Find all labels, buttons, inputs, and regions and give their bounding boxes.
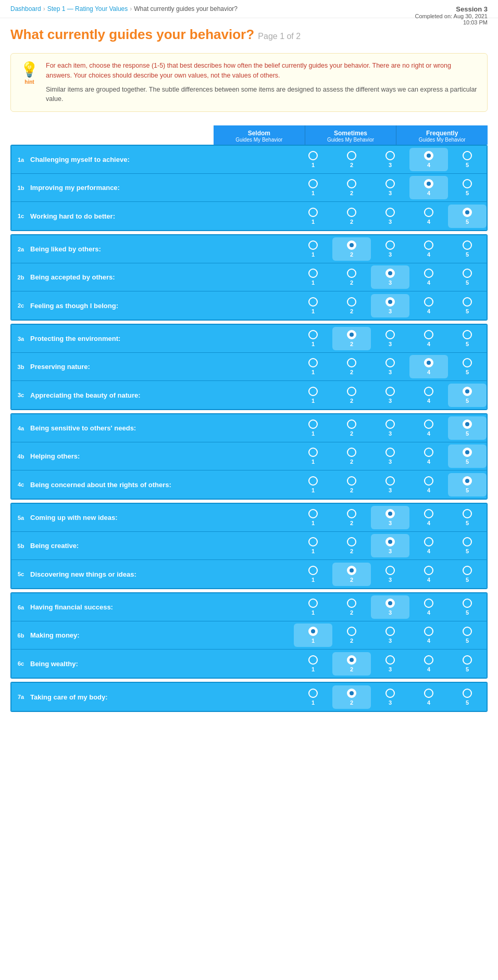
radio-2c-4[interactable]: 4: [409, 294, 448, 317]
radio-3b-4[interactable]: 4: [409, 355, 448, 378]
radio-6c-1[interactable]: 1: [294, 652, 332, 676]
radio-outer-2a-2: [347, 240, 356, 250]
radio-5c-4[interactable]: 4: [409, 563, 448, 586]
radio-4b-2[interactable]: 2: [332, 444, 371, 468]
radio-6c-3[interactable]: 3: [371, 652, 409, 676]
radio-2b-1[interactable]: 1: [294, 265, 332, 289]
radio-5a-1[interactable]: 1: [294, 506, 332, 529]
radio-2a-5[interactable]: 5: [448, 237, 487, 261]
radio-4b-4[interactable]: 4: [409, 444, 448, 468]
radio-2c-5[interactable]: 5: [448, 294, 487, 317]
radio-4b-5[interactable]: 5: [448, 444, 487, 468]
radio-2b-3[interactable]: 3: [371, 265, 409, 289]
radio-4a-4[interactable]: 4: [409, 416, 448, 440]
radio-4c-2[interactable]: 2: [332, 473, 371, 497]
radio-7a-2[interactable]: 2: [332, 685, 371, 709]
radio-5a-4[interactable]: 4: [409, 506, 448, 529]
radio-5a-3[interactable]: 3: [371, 506, 409, 529]
radio-4a-5[interactable]: 5: [448, 416, 487, 440]
radio-4b-3[interactable]: 3: [371, 444, 409, 468]
radio-3c-1[interactable]: 1: [294, 384, 332, 407]
radio-2b-2[interactable]: 2: [332, 265, 371, 289]
radio-6b-4[interactable]: 4: [409, 623, 448, 647]
radio-3b-1[interactable]: 1: [294, 355, 332, 378]
radio-5c-5[interactable]: 5: [448, 563, 487, 586]
radio-7a-4[interactable]: 4: [409, 685, 448, 709]
radio-6b-3[interactable]: 3: [371, 623, 409, 647]
radio-2a-2[interactable]: 2: [332, 237, 371, 261]
breadcrumb-dashboard[interactable]: Dashboard: [10, 5, 41, 12]
radio-5b-1[interactable]: 1: [294, 534, 332, 557]
radio-3a-4[interactable]: 4: [409, 327, 448, 350]
radio-5b-5[interactable]: 5: [448, 534, 487, 557]
radio-3b-5[interactable]: 5: [448, 355, 487, 378]
radio-1b-3[interactable]: 3: [371, 176, 409, 199]
radio-6b-1[interactable]: 1: [294, 623, 332, 647]
radio-6a-5[interactable]: 5: [448, 595, 487, 619]
radio-2b-4[interactable]: 4: [409, 265, 448, 289]
radio-1c-5[interactable]: 5: [448, 205, 487, 228]
radio-6c-5[interactable]: 5: [448, 652, 487, 676]
radio-7a-3[interactable]: 3: [371, 685, 409, 709]
radio-1b-4[interactable]: 4: [409, 176, 448, 199]
radio-7a-1[interactable]: 1: [294, 685, 332, 709]
radio-6a-1[interactable]: 1: [294, 595, 332, 619]
radio-5b-2[interactable]: 2: [332, 534, 371, 557]
radio-2c-2[interactable]: 2: [332, 294, 371, 317]
radio-4a-1[interactable]: 1: [294, 416, 332, 440]
radio-3a-2[interactable]: 2: [332, 327, 371, 350]
radio-4c-4[interactable]: 4: [409, 473, 448, 497]
radio-4c-1[interactable]: 1: [294, 473, 332, 497]
radio-6a-2[interactable]: 2: [332, 595, 371, 619]
radio-1a-2[interactable]: 2: [332, 148, 371, 171]
radio-3a-3[interactable]: 3: [371, 327, 409, 350]
radio-6a-3[interactable]: 3: [371, 595, 409, 619]
radio-1c-4[interactable]: 4: [409, 205, 448, 228]
radio-1a-5[interactable]: 5: [448, 148, 487, 171]
radio-1c-1[interactable]: 1: [294, 205, 332, 228]
radio-num-3a-2: 2: [350, 341, 353, 347]
radio-7a-5[interactable]: 5: [448, 685, 487, 709]
radio-1b-5[interactable]: 5: [448, 176, 487, 199]
radio-1c-3[interactable]: 3: [371, 205, 409, 228]
radio-4a-2[interactable]: 2: [332, 416, 371, 440]
radio-1c-2[interactable]: 2: [332, 205, 371, 228]
radio-6c-4[interactable]: 4: [409, 652, 448, 676]
radio-1b-1[interactable]: 1: [294, 176, 332, 199]
radio-2a-3[interactable]: 3: [371, 237, 409, 261]
radio-5a-2[interactable]: 2: [332, 506, 371, 529]
radio-1a-4[interactable]: 4: [409, 148, 448, 171]
radio-5c-1[interactable]: 1: [294, 563, 332, 586]
radio-5c-3[interactable]: 3: [371, 563, 409, 586]
radio-4b-1[interactable]: 1: [294, 444, 332, 468]
radio-6c-2[interactable]: 2: [332, 652, 371, 676]
radio-2a-1[interactable]: 1: [294, 237, 332, 261]
radio-4c-3[interactable]: 3: [371, 473, 409, 497]
radio-5b-3[interactable]: 3: [371, 534, 409, 557]
radio-3a-1[interactable]: 1: [294, 327, 332, 350]
radio-6a-4[interactable]: 4: [409, 595, 448, 619]
radio-group-2b: 12345: [294, 265, 487, 289]
radio-5b-4[interactable]: 4: [409, 534, 448, 557]
radio-4c-5[interactable]: 5: [448, 473, 487, 497]
radio-3c-3[interactable]: 3: [371, 384, 409, 407]
radio-5a-5[interactable]: 5: [448, 506, 487, 529]
radio-4a-3[interactable]: 3: [371, 416, 409, 440]
radio-3c-2[interactable]: 2: [332, 384, 371, 407]
radio-1b-2[interactable]: 2: [332, 176, 371, 199]
radio-6b-2[interactable]: 2: [332, 623, 371, 647]
radio-6b-5[interactable]: 5: [448, 623, 487, 647]
radio-2b-5[interactable]: 5: [448, 265, 487, 289]
radio-1a-1[interactable]: 1: [294, 148, 332, 171]
radio-3b-3[interactable]: 3: [371, 355, 409, 378]
radio-2c-1[interactable]: 1: [294, 294, 332, 317]
radio-3c-5[interactable]: 5: [448, 384, 487, 407]
radio-5c-2[interactable]: 2: [332, 563, 371, 586]
radio-3b-2[interactable]: 2: [332, 355, 371, 378]
radio-2a-4[interactable]: 4: [409, 237, 448, 261]
radio-2c-3[interactable]: 3: [371, 294, 409, 317]
radio-3a-5[interactable]: 5: [448, 327, 487, 350]
radio-3c-4[interactable]: 4: [409, 384, 448, 407]
breadcrumb-step[interactable]: Step 1 — Rating Your Values: [47, 5, 128, 12]
radio-1a-3[interactable]: 3: [371, 148, 409, 171]
